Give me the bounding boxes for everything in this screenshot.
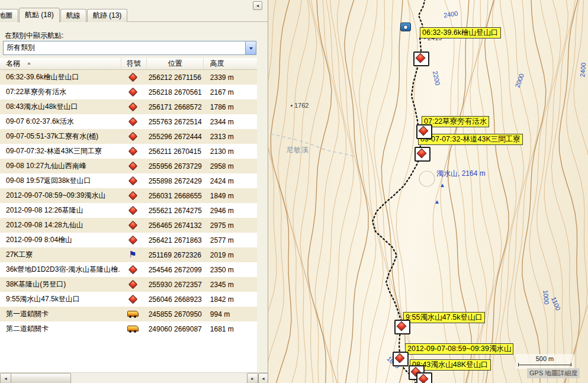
table-row[interactable]: 36k營地D1D2D3宿-濁水山基隆山檜...254546 2672099235… xyxy=(0,262,257,277)
river-name-label: 尼敏溪 xyxy=(286,145,309,155)
map-waypoint-label[interactable]: 06:32-39.6k檜山登山口 xyxy=(420,27,501,38)
waypoint-symbol-icon xyxy=(127,146,139,156)
map-waypoint-marker[interactable] xyxy=(415,147,430,162)
waypoint-elevation: 2167 m xyxy=(205,88,257,96)
waypoint-symbol-icon xyxy=(127,235,139,245)
waypoint-elevation: 994 m xyxy=(205,310,257,318)
waypoint-position: 255898 2672429 xyxy=(145,177,205,185)
left-panel: 地圖 航點 (18) 航線 航跡 (13) ◄ 在類別中顯示航點: 所有類別 名… xyxy=(0,0,268,383)
map-waypoint-label[interactable]: 09-07-07:32-林道43K三間工寮 xyxy=(418,134,523,145)
table-row[interactable]: 07:22草寮旁有活水256218 26705612167 m xyxy=(0,85,257,99)
waypoint-position: 256171 2668572 xyxy=(145,103,205,111)
tab-routes[interactable]: 航線 xyxy=(60,9,86,22)
arrow-left-icon: ◄ xyxy=(4,376,8,381)
horizontal-scrollbar[interactable]: ◄ ► ◄ xyxy=(0,372,268,383)
table-row[interactable]: 08:43濁水山48k登山口256171 26685721786 m xyxy=(0,99,257,114)
peak-name-label: 濁水山, 2164 m xyxy=(436,169,486,179)
waypoint-name: 06:32-39.6k檜山登山口 xyxy=(0,72,120,82)
table-row[interactable]: 09-08 10:27九仙山西南峰255956 26737292958 m xyxy=(0,159,257,173)
waypoint-name: 07:22草寮旁有活水 xyxy=(0,87,120,97)
tab-map[interactable]: 地圖 xyxy=(0,9,18,22)
table-row[interactable]: 第一道鎖關卡245855 2670950994 m xyxy=(0,307,257,321)
table-row[interactable]: 38K基隆山(另登口)255930 26723572345 m xyxy=(0,277,257,292)
waypoint-symbol-icon xyxy=(127,161,139,171)
waypoint-elevation: 2958 m xyxy=(205,162,257,170)
scrollbar-thumb[interactable] xyxy=(11,373,71,383)
map-waypoint-label[interactable]: 9:55濁水山47.5k登山口 xyxy=(403,312,485,323)
column-header-elevation[interactable]: 高度 xyxy=(204,58,257,69)
column-header-position[interactable]: 位置 xyxy=(147,58,204,69)
category-dropdown[interactable]: 所有類別 xyxy=(3,41,256,55)
table-row[interactable]: 27K工寮251169 26723262019 m xyxy=(0,247,257,262)
map-waypoint-marker[interactable] xyxy=(416,372,432,383)
scroll-left-button[interactable]: ◄ xyxy=(0,373,11,383)
collapse-panel-button[interactable]: ◄ xyxy=(253,1,262,10)
column-symbol-label: 符號 xyxy=(127,59,141,69)
map-waypoint-label[interactable]: 2012-09-07-08:59~09:39濁水山 xyxy=(405,343,513,355)
waypoint-position: 256465 2674132 xyxy=(145,221,205,230)
map-waypoint-marker[interactable] xyxy=(394,320,410,334)
tab-waypoints-label: 航點 (18) xyxy=(25,11,54,19)
map-canvas[interactable]: 2400 2419 2200 2000 2400 1762 1000 1100 … xyxy=(268,0,588,383)
waypoint-symbol-icon xyxy=(127,309,139,319)
waypoint-symbol-cell xyxy=(120,250,144,260)
waypoint-position: 255956 2673729 xyxy=(145,162,205,170)
waypoint-position: 249060 2669087 xyxy=(145,325,205,333)
mountain-peak-icon xyxy=(439,182,445,188)
camera-icon[interactable] xyxy=(400,22,411,31)
waypoint-symbol-cell xyxy=(120,117,144,127)
waypoint-symbol-cell xyxy=(120,102,144,112)
table-row[interactable]: 06:32-39.6k檜山登山口256212 26711562339 m xyxy=(0,70,257,85)
table-row[interactable]: 09-08 19:57返回38k登山口255898 26724292424 m xyxy=(0,173,257,188)
waypoint-position: 255930 2672357 xyxy=(145,281,205,289)
table-row[interactable]: 09-07 6:02-37.6k活水255763 26725142344 m xyxy=(0,114,257,129)
contour-elevation-label: 2400 xyxy=(443,9,458,18)
scale-line xyxy=(518,363,571,366)
map-waypoint-marker[interactable] xyxy=(413,52,429,66)
table-row[interactable]: 2012-09-09 8:04檜山256421 26718632577 m xyxy=(0,233,257,247)
table-row[interactable]: 2012-09-07-08:59~09:39濁水山256031 26686551… xyxy=(0,188,257,203)
waypoint-symbol-cell xyxy=(120,176,144,186)
category-selected-value: 所有類別 xyxy=(4,41,245,54)
waypoint-symbol-icon xyxy=(127,87,139,97)
column-header-name[interactable]: 名稱 xyxy=(0,58,121,69)
spot-elevation-label: 1762 xyxy=(291,102,309,109)
waypoint-position: 256031 2668655 xyxy=(145,192,205,200)
scale-distance-label: 500 m xyxy=(518,355,571,362)
waypoint-symbol-icon xyxy=(127,117,139,127)
arrow-left-icon: ◄ xyxy=(261,376,265,381)
waypoint-elevation: 1849 m xyxy=(205,192,257,200)
column-position-label: 位置 xyxy=(168,59,182,69)
splitter-collapse-button[interactable]: ◄ xyxy=(258,373,268,383)
scroll-right-button[interactable]: ► xyxy=(247,373,258,383)
waypoint-position: 256421 2671863 xyxy=(145,236,205,244)
waypoint-symbol-cell xyxy=(120,161,144,171)
waypoint-elevation: 2577 m xyxy=(205,236,257,244)
table-row[interactable]: 2012-09-08 14:28九仙山256465 26741322975 m xyxy=(0,218,257,233)
waypoint-elevation: 2019 m xyxy=(205,251,257,259)
waypoint-name: 09-07 6:02-37.6k活水 xyxy=(0,117,120,127)
column-header-symbol[interactable]: 符號 xyxy=(121,58,147,69)
waypoint-symbol-cell xyxy=(120,265,144,275)
waypoint-elevation: 2424 m xyxy=(205,177,257,185)
table-row[interactable]: 2012-09-08 12:26基隆山255621 26742752946 m xyxy=(0,203,257,218)
waypoint-elevation: 2130 m xyxy=(205,147,257,156)
waypoint-name: 2012-09-07-08:59~09:39濁水山 xyxy=(0,191,120,201)
tab-tracks-label: 航跡 (13) xyxy=(93,11,122,20)
waypoint-symbol-icon xyxy=(127,279,139,289)
map-waypoint-marker[interactable] xyxy=(416,124,432,139)
waypoint-name: 9:55濁水山47.5k登山口 xyxy=(0,294,120,304)
contour-elevation-label: 2000 xyxy=(513,72,525,88)
contour-elevation-label: 1000 xyxy=(542,289,550,304)
contour-elevation-label: 2200 xyxy=(432,70,442,86)
waypoint-position: 254546 2672099 xyxy=(145,266,205,274)
table-row[interactable]: 09-07-07:32-林道43K三間工寮256211 26704152130 … xyxy=(0,144,257,159)
table-row[interactable]: 9:55濁水山47.5k登山口256046 26689231842 m xyxy=(0,292,257,307)
tab-waypoints[interactable]: 航點 (18) xyxy=(19,8,60,22)
waypoint-symbol-cell xyxy=(120,235,144,245)
map-waypoint-marker[interactable] xyxy=(393,352,409,366)
table-row[interactable]: 09-07-05:51-37k工寮有水(桶)255296 26724442313… xyxy=(0,129,257,144)
dropdown-arrow-button[interactable] xyxy=(245,41,256,54)
tab-tracks[interactable]: 航跡 (13) xyxy=(87,9,128,22)
table-row[interactable]: 第二道鎖關卡249060 26690871681 m xyxy=(0,321,257,336)
